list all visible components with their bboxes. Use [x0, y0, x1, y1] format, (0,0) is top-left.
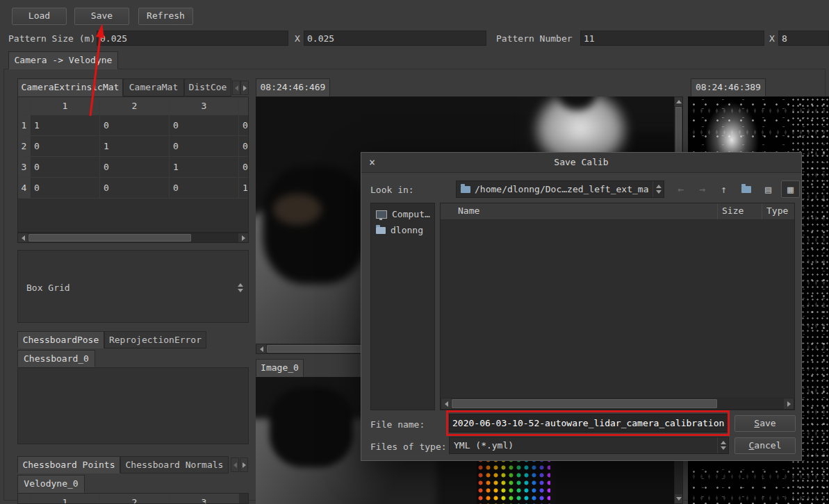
matrix-cell[interactable]: 0: [170, 136, 239, 157]
pattern-size-input-2[interactable]: [304, 31, 486, 46]
matrix-col-header[interactable]: 2: [100, 97, 170, 115]
matrix-cell[interactable]: 0: [100, 178, 170, 199]
path-combobox[interactable]: /home/dlonng/Doc…zed_left_ext_mat: [456, 180, 664, 198]
tab-camera-timestamp[interactable]: 08:24:46:469: [256, 78, 330, 96]
matrix-cell[interactable]: 1: [170, 157, 239, 178]
column-header-type[interactable]: Type: [762, 203, 794, 219]
matrix-col-header[interactable]: 3: [170, 97, 239, 115]
scrollbar-handle[interactable]: [28, 234, 191, 242]
save-button[interactable]: Save: [74, 8, 129, 25]
matrix-cell[interactable]: 0: [31, 178, 100, 199]
scroll-right-icon: [242, 235, 245, 241]
pattern-number-input-1[interactable]: [580, 31, 764, 46]
matrix-cell[interactable]: 1: [31, 115, 100, 136]
calibration-toolkit-window: Load Save Refresh Pattern Size (m) X Pat…: [0, 0, 829, 504]
table-col-header[interactable]: 3: [170, 494, 239, 504]
column-header-name[interactable]: Name: [441, 203, 718, 219]
close-icon[interactable]: ×: [369, 153, 375, 172]
matrix-col-header[interactable]: 1: [31, 97, 100, 115]
pattern-number-input-2[interactable]: [778, 31, 829, 46]
matrix-cell[interactable]: 0: [31, 157, 100, 178]
tab-scroll-right-button[interactable]: [240, 81, 249, 95]
combo-spinner[interactable]: [652, 181, 664, 197]
matrix-row-header[interactable]: 2: [18, 136, 31, 157]
combo-spinner[interactable]: [717, 437, 728, 453]
scrollbar-track[interactable]: [451, 398, 784, 409]
refresh-button[interactable]: Refresh: [138, 8, 193, 25]
tab-scroll-left-button[interactable]: [231, 457, 239, 472]
pattern-size-input-1[interactable]: [97, 31, 288, 46]
list-view-button[interactable]: ▤: [759, 180, 778, 198]
column-header-size[interactable]: Size: [718, 203, 762, 219]
scroll-left-icon: [445, 401, 448, 407]
scroll-right-button[interactable]: [784, 398, 794, 409]
matrix-cell[interactable]: 0: [170, 115, 239, 136]
matrix-row-header[interactable]: 4: [18, 178, 31, 199]
tab-reprojection-error[interactable]: ReprojectionError: [104, 331, 206, 348]
tab-chessboard-0[interactable]: Chessboard_0: [17, 350, 95, 367]
tab-camera-extrinsic-mat[interactable]: CameraExtrinsicMat: [17, 78, 123, 96]
tab-image-0[interactable]: Image_0: [256, 359, 304, 377]
file-list-body[interactable]: [441, 220, 794, 398]
load-button[interactable]: Load: [12, 8, 67, 25]
scroll-left-button[interactable]: [18, 233, 28, 242]
tab-chessboard-points[interactable]: Chessboard Points: [17, 456, 120, 473]
tab-chessboard-pose[interactable]: ChessboardPose: [17, 331, 104, 348]
file-list-hscrollbar[interactable]: [441, 398, 794, 410]
scroll-left-button[interactable]: [441, 398, 451, 409]
parent-directory-button[interactable]: ↑: [714, 180, 733, 198]
back-button[interactable]: ←: [671, 180, 690, 198]
table-col-header[interactable]: 2: [100, 494, 170, 504]
tab-camera-mat[interactable]: CameraMat: [123, 78, 184, 96]
dialog-save-button[interactable]: Save: [734, 415, 796, 432]
file-list[interactable]: Name Size Type: [440, 203, 795, 410]
matrix-table-hscrollbar[interactable]: [17, 233, 249, 243]
create-new-folder-button[interactable]: [737, 180, 755, 198]
files-of-type-value: YML (*.yml): [454, 440, 713, 451]
dialog-cancel-button[interactable]: Cancel: [734, 437, 796, 454]
dialog-titlebar[interactable]: × Save Calib: [361, 153, 801, 173]
files-of-type-label: Files of type:: [370, 442, 447, 452]
tab-pointcloud-timestamp[interactable]: 08:24:46:389: [691, 78, 766, 96]
tab-chessboard-normals[interactable]: Chessboard Normals: [120, 456, 229, 473]
dialog-title: Save Calib: [554, 157, 608, 167]
forward-button[interactable]: →: [693, 180, 712, 198]
matrix-corner-cell: [18, 97, 31, 115]
matrix-col-header[interactable]: [239, 97, 249, 115]
matrix-row-header[interactable]: 1: [18, 115, 31, 136]
tab-camera-velodyne[interactable]: Camera -> Velodyne: [8, 51, 118, 69]
scrollbar-track[interactable]: [28, 233, 238, 242]
detail-view-button[interactable]: ▦: [781, 180, 800, 198]
box-grid-spinner[interactable]: [235, 278, 245, 296]
matrix-cell[interactable]: 0: [100, 157, 170, 178]
sidebar-item-dlonng[interactable]: dlonng: [371, 222, 434, 238]
matrix-cell[interactable]: 0: [100, 115, 170, 136]
files-of-type-combobox[interactable]: YML (*.yml): [449, 437, 729, 454]
scroll-right-button[interactable]: [238, 233, 248, 242]
annotation-highlight-box: [446, 410, 730, 436]
matrix-cell[interactable]: 0: [170, 178, 239, 199]
matrix-cell[interactable]: 0: [31, 136, 100, 157]
matrix-cell[interactable]: 1: [100, 136, 170, 157]
scroll-up-button[interactable]: [675, 97, 682, 106]
sidebar-item-label: dlonng: [391, 225, 423, 235]
matrix-cell[interactable]: 0: [239, 136, 249, 157]
image-region: [270, 387, 353, 467]
sidebar-item-computer[interactable]: Comput…: [371, 206, 434, 222]
scroll-down-button[interactable]: [675, 494, 682, 503]
matrix-cell[interactable]: 1: [239, 178, 249, 199]
tab-scroll-right-button[interactable]: [240, 457, 248, 472]
matrix-row-header[interactable]: 3: [18, 157, 31, 178]
scrollbar-handle[interactable]: [452, 399, 717, 408]
table-col-header[interactable]: 1: [31, 494, 100, 504]
folder-icon: [376, 227, 386, 234]
matrix-cell[interactable]: 0: [239, 157, 249, 178]
matrix-cell[interactable]: 0: [239, 115, 249, 136]
spinner-down-icon: [656, 190, 662, 194]
tab-dist-coeff[interactable]: DistCoe: [184, 78, 231, 96]
scroll-left-button[interactable]: [256, 344, 266, 353]
tab-scroll-left-button[interactable]: [232, 81, 240, 95]
forward-icon: →: [699, 183, 705, 196]
tab-velodyne-0[interactable]: Velodyne_0: [17, 475, 85, 493]
file-name-label: File name:: [370, 419, 425, 430]
